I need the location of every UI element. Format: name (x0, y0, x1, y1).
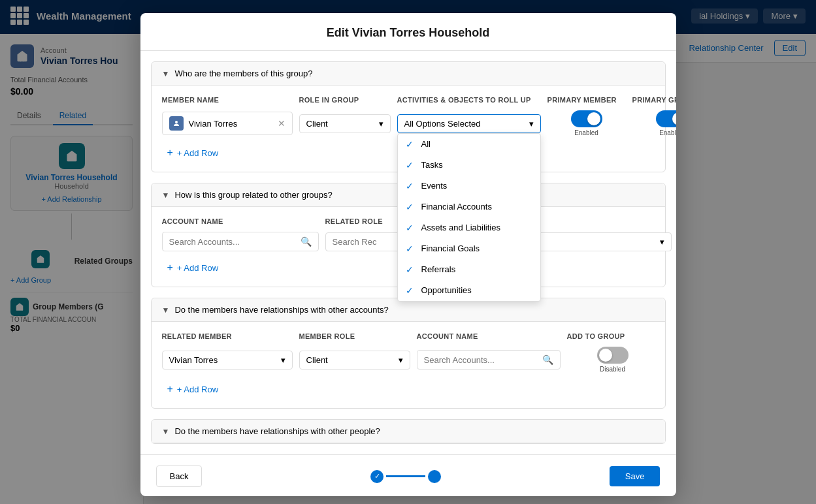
check-goals-icon: ✓ (406, 244, 416, 254)
progress-line (386, 475, 425, 477)
dropdown-item-financial-goals-label: Financial Goals (421, 244, 480, 253)
section2-add-row-button[interactable]: + + Add Row (162, 259, 224, 276)
member-remove-icon[interactable]: ✕ (278, 118, 286, 129)
plus-icon-2: + (167, 262, 173, 274)
edit-modal: Edit Vivian Torres Household ▼ Who are t… (140, 13, 676, 496)
col3-add-to-group: Add to Group (567, 332, 659, 340)
section3-account-input[interactable] (424, 355, 538, 365)
member-role-select[interactable]: Client ▾ (299, 351, 410, 370)
progress-check-icon: ✓ (370, 470, 384, 483)
chevron-down-icon-2[interactable]: ▼ (162, 191, 170, 200)
primary-group-label: Enabled (659, 129, 676, 136)
add-to-group-knob (599, 349, 612, 362)
section2-add-row-label: + Add Row (177, 263, 218, 273)
dropdown-item-assets-label: Assets and Liabilities (421, 223, 500, 232)
check-assets-icon: ✓ (406, 223, 416, 233)
activities-chevron-icon: ▾ (529, 119, 534, 129)
dropdown-item-referrals-label: Referrals (421, 264, 456, 274)
dropdown-item-all-label: All (421, 139, 431, 149)
col-primary-group: Primary Group (632, 96, 676, 104)
back-button[interactable]: Back (156, 465, 203, 487)
chevron-down-icon-4[interactable]: ▼ (162, 427, 170, 436)
section1-title: Who are the members of this group? (174, 69, 312, 78)
section3-add-row-label: + Add Row (177, 385, 218, 394)
progress-dot (428, 470, 441, 483)
section3-content: Related Member Member Role Account Name … (152, 322, 665, 408)
member-avatar (169, 116, 184, 131)
section1-col-headers: Member Name Role in Group Activities & O… (162, 96, 655, 104)
section4-header: ▼ Do the members have relationships with… (152, 420, 665, 443)
section3-add-row-button[interactable]: + + Add Row (162, 381, 224, 398)
section3-col-headers: Related Member Member Role Account Name … (162, 332, 655, 340)
activities-dropdown-container: All Options Selected ▾ ✓ All ✓ Tasks (397, 114, 541, 133)
check-events-icon: ✓ (406, 181, 416, 191)
dropdown-item-financial-accounts-label: Financial Accounts (421, 202, 492, 212)
dropdown-item-opportunities-label: Opportunities (421, 285, 472, 295)
primary-member-toggle-container: Enabled (547, 110, 626, 136)
plus-icon-3: + (167, 383, 173, 395)
section-people: ▼ Do the members have relationships with… (151, 419, 666, 444)
role-value: Client (306, 119, 328, 129)
col2-account-name: Account Name (162, 217, 319, 225)
progress-indicator: ✓ (370, 470, 441, 483)
check-all-icon: ✓ (406, 139, 416, 150)
col-member-name: Member Name (162, 96, 293, 104)
col-activities: Activities & Objects to Roll Up (397, 96, 541, 104)
primary-member-label: Enabled (574, 129, 598, 136)
svg-point-0 (175, 121, 178, 123)
plus-icon-1: + (167, 147, 173, 159)
chevron-down-icon-1[interactable]: ▼ (162, 69, 170, 78)
account-name-input[interactable] (169, 237, 297, 247)
check-referrals-icon: ✓ (406, 264, 416, 275)
related-member-select[interactable]: Vivian Torres ▾ (162, 351, 293, 370)
section-members: ▼ Who are the members of this group? Mem… (151, 61, 666, 172)
check-opportunities-icon: ✓ (406, 285, 416, 296)
add-to-group-toggle-container: Disabled (567, 347, 659, 373)
section4-title: Do the members have relationships with o… (174, 426, 380, 436)
modal-footer: Back ✓ Save (140, 454, 676, 496)
section3-header: ▼ Do the members have relationships with… (152, 298, 665, 322)
dropdown-item-financial-accounts[interactable]: ✓ Financial Accounts (398, 197, 540, 217)
section3-row: Vivian Torres ▾ Client ▾ 🔍 (162, 347, 655, 373)
primary-group-toggle-knob (672, 112, 676, 125)
account-name-search[interactable]: 🔍 (162, 232, 319, 251)
dropdown-item-tasks[interactable]: ✓ Tasks (398, 155, 540, 176)
member-chip-name: Vivian Torres (189, 119, 272, 129)
check-fin-accounts-icon: ✓ (406, 202, 416, 212)
role-select[interactable]: Client ▾ (299, 114, 391, 133)
member-row-1: Vivian Torres ✕ Client ▾ All Options Sel… (162, 110, 655, 136)
section1-content: Member Name Role in Group Activities & O… (152, 86, 665, 172)
check-tasks-icon: ✓ (406, 160, 416, 170)
save-button[interactable]: Save (610, 466, 661, 486)
section1-add-row-label: + Add Row (177, 148, 218, 158)
association-chevron-icon: ▾ (660, 237, 664, 247)
modal-title: Edit Vivian Torres Household (327, 26, 489, 39)
section1-add-row-button[interactable]: + + Add Row (162, 144, 224, 161)
dropdown-item-financial-goals[interactable]: ✓ Financial Goals (398, 238, 540, 259)
related-member-value: Vivian Torres (169, 355, 218, 365)
section2-title: How is this group related to other group… (174, 190, 332, 200)
member-chip: Vivian Torres ✕ (162, 112, 293, 135)
col-primary-member: Primary Member (547, 96, 626, 104)
dropdown-item-referrals[interactable]: ✓ Referrals (398, 259, 540, 280)
dropdown-item-opportunities[interactable]: ✓ Opportunities (398, 280, 540, 301)
dropdown-item-assets[interactable]: ✓ Assets and Liabilities (398, 217, 540, 238)
primary-group-toggle[interactable] (656, 110, 676, 127)
primary-group-toggle-container: Enabled (632, 110, 676, 136)
section3-account-search[interactable]: 🔍 (417, 350, 561, 370)
primary-member-toggle[interactable] (571, 110, 602, 127)
chevron-down-icon-3[interactable]: ▼ (162, 306, 170, 315)
section1-header: ▼ Who are the members of this group? (152, 62, 665, 86)
modal-header: Edit Vivian Torres Household (140, 13, 676, 51)
dropdown-item-events[interactable]: ✓ Events (398, 176, 540, 197)
activities-dropdown-menu: ✓ All ✓ Tasks ✓ Events (397, 133, 541, 302)
dropdown-item-tasks-label: Tasks (421, 160, 443, 170)
account-search-icon: 🔍 (301, 236, 312, 247)
add-to-group-toggle[interactable] (597, 347, 628, 364)
primary-member-toggle-knob (587, 112, 600, 125)
section3-search-icon: 🔍 (542, 354, 553, 365)
dropdown-item-all[interactable]: ✓ All (398, 134, 540, 155)
activities-select[interactable]: All Options Selected ▾ (397, 114, 541, 133)
modal-overlay: Edit Vivian Torres Household ▼ Who are t… (0, 0, 816, 504)
role-chevron-icon: ▾ (379, 119, 384, 129)
